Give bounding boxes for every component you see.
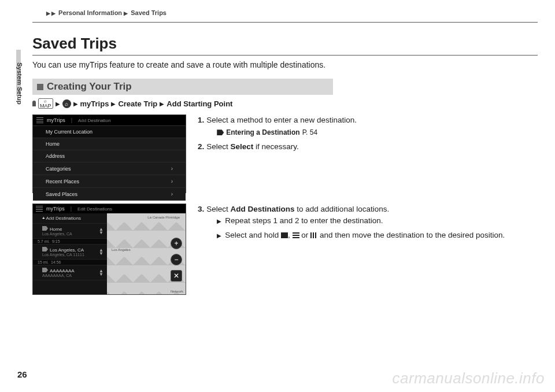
time: 9:15 [52, 239, 60, 243]
page-content: Saved Trips You can use myTrips feature … [32, 35, 538, 305]
dest-name: AAAAAAAA [50, 268, 75, 273]
search-icon: ⌕ [62, 99, 71, 108]
step-text: to add additional locations. [295, 205, 390, 213]
square-icon [37, 84, 43, 90]
section-title: Creating Your Trip [47, 81, 132, 93]
flag-icon [42, 226, 48, 231]
chevron-right-icon: ▶ [51, 10, 56, 16]
instruction-row: myTrips | Add Destination My Current Loc… [32, 114, 538, 193]
chevron-right-icon: ▶ [217, 217, 221, 227]
list-label: Categories [46, 166, 71, 172]
step-list: 1. Select a method to enter a new destin… [198, 114, 538, 193]
dest-name: Home [50, 227, 62, 232]
step-item: 2. Select Select if necessary. [198, 141, 538, 153]
step-number: 1. [198, 114, 204, 138]
section-header: Creating Your Trip [32, 79, 333, 95]
step-text: Select [206, 205, 230, 213]
reorder-icon: ▲▼ [99, 269, 103, 276]
flag-icon [42, 247, 48, 252]
map-label: La Canada Flintridge [147, 216, 180, 219]
chevron-right-icon: › [171, 191, 173, 197]
ui-label: Select [231, 142, 254, 151]
destination-item: Los Angeles, CALos Angeles, CA 11111 ▲▼ [33, 245, 107, 260]
list-item: Address [33, 150, 186, 162]
list-item: My Current Location [33, 126, 186, 138]
text: , [288, 231, 293, 239]
flag-checkered-icon [293, 232, 299, 238]
screenshot-subtitle: Add Destination [78, 118, 110, 123]
chevron-right-icon: ▶ [217, 231, 221, 241]
intro-text: You can use myTrips feature to create an… [32, 60, 538, 69]
map-button-icon: ⌕ MAP [38, 98, 53, 109]
dest-name: Los Angeles, CA [50, 247, 84, 253]
segment-info: 15 mi. 14:56 [33, 260, 107, 265]
zoom-out-icon: − [171, 254, 182, 265]
chevron-right-icon: › [171, 165, 173, 172]
list-item: Saved Places› [33, 188, 186, 201]
dest-sub: Los Angeles, CA 11111 [42, 253, 84, 257]
sub-step-text: Select and hold , or and then move the d… [225, 230, 505, 241]
sub-step-text: Repeat steps 1 and 2 to enter the destin… [225, 215, 383, 227]
breadcrumb: ▶▶ Personal Information ▶ Saved Trips [46, 9, 166, 16]
chevron-right-icon: ▶ [73, 101, 78, 107]
flag-solid-icon [281, 232, 288, 238]
path-step: myTrips [80, 99, 109, 108]
sub-step: ▶ Repeat steps 1 and 2 to enter the dest… [217, 215, 505, 227]
map-label: Los Angeles [112, 248, 131, 252]
chevron-right-icon: › [171, 178, 173, 184]
step-item: 1. Select a method to enter a new destin… [198, 114, 538, 138]
chevron-right-icon: ▶ [46, 10, 50, 16]
screenshot-edit-destinations: myTrips | Edit Destinations + Add Destin… [32, 204, 186, 295]
text: Select and hold [225, 231, 281, 239]
menu-icon [36, 206, 43, 212]
pin-icon [32, 101, 36, 106]
step-text: Select a method to enter a new destinati… [206, 116, 357, 124]
text: or [299, 231, 311, 239]
distance: 5.7 mi. [38, 239, 50, 243]
page-number: 26 [17, 369, 27, 379]
path-step: Add Starting Point [166, 99, 232, 108]
flag-icon [42, 268, 48, 272]
list-item: Recent Places› [33, 175, 186, 188]
breadcrumb-item: Personal Information [58, 9, 122, 16]
cross-reference: Entering a Destination P. 54 [217, 127, 357, 138]
segment-info: 5.7 mi. 9:15 [33, 239, 107, 245]
nav-path: ⌕ MAP ▶ ⌕ ▶ myTrips ▶ Create Trip ▶ Add … [32, 98, 538, 109]
flag-striped-icon [310, 232, 317, 238]
list-label: Recent Places [46, 179, 79, 184]
zoom-in-icon: + [171, 238, 182, 249]
destination-item: AAAAAAAAAAAAAAAA, CA ▲▼ [33, 265, 107, 280]
page-title: Saved Trips [32, 35, 538, 53]
step-text: if necessary. [253, 142, 299, 151]
breadcrumb-item: Saved Trips [131, 9, 166, 16]
screenshot-add-destination: myTrips | Add Destination My Current Loc… [32, 114, 186, 193]
destination-item: HomeLos Angeles, CA ▲▼ [33, 224, 107, 239]
list-label: Home [46, 141, 60, 147]
list-item: Categories› [33, 162, 186, 175]
instruction-row: myTrips | Edit Destinations + Add Destin… [32, 204, 538, 295]
distance: 15 mi. [38, 260, 49, 264]
side-section-label: System Setup [16, 62, 23, 105]
list-label: Address [46, 153, 65, 159]
ui-label: Add Destinations [231, 205, 295, 213]
list-label: My Current Location [46, 129, 92, 135]
xref-page: P. 54 [302, 127, 317, 138]
path-step: Create Trip [118, 99, 157, 108]
screenshot-header: myTrips | Edit Destinations [33, 204, 186, 213]
reorder-icon: ▲▼ [99, 249, 103, 256]
dest-sub: AAAAAAAA, CA [42, 273, 75, 278]
step-number: 2. [198, 141, 204, 153]
menu-icon [36, 117, 43, 123]
time: 14:56 [51, 260, 61, 264]
chevron-right-icon: ▶ [111, 101, 116, 107]
step-list: 3. Select Add Destinations to add additi… [198, 204, 538, 295]
step-number: 3. [198, 204, 204, 243]
map-label: Network [171, 290, 183, 293]
network-icon: ✕ [171, 270, 182, 282]
add-destinations-row: + Add Destinations [33, 213, 107, 224]
list-item: Home [33, 138, 186, 150]
screenshot-tab: myTrips [47, 117, 65, 123]
step-text: Select [206, 142, 230, 151]
sub-step: ▶ Select and hold , or and then move the… [217, 230, 505, 241]
screenshot-header: myTrips | Add Destination [33, 115, 186, 126]
